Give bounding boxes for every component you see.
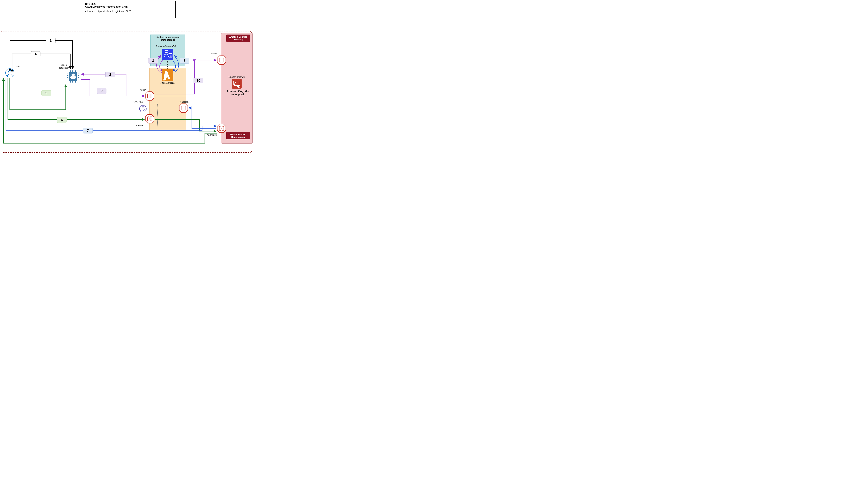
- svg-rect-21: [67, 79, 69, 79]
- cognito-icon: [231, 78, 242, 90]
- svg-rect-23: [78, 75, 79, 76]
- endpoint-token-label: /token: [140, 89, 146, 91]
- step-1: 1: [46, 38, 56, 43]
- client-app-icon: [66, 69, 81, 85]
- svg-rect-14: [144, 110, 145, 111]
- step-9: 9: [97, 88, 106, 94]
- cognito-label: Amazon Cognito: [228, 76, 245, 78]
- step-10: 10: [193, 78, 203, 83]
- diagram-canvas: RFC 8628 OAuth 2.0 Device Authorization …: [0, 0, 263, 156]
- title-line2: OAuth 2.0 Device Authorization Grant: [85, 5, 173, 8]
- svg-rect-20: [67, 77, 69, 78]
- svg-rect-18: [67, 74, 69, 74]
- svg-rect-33: [75, 81, 76, 83]
- gateway-cognito-token: [217, 55, 226, 65]
- user-label: User: [15, 65, 20, 67]
- title-line1: RFC 8628: [85, 3, 173, 5]
- dynamodb-icon: { }: [161, 48, 174, 61]
- step-3: 3: [148, 58, 158, 63]
- step-5: 5: [41, 90, 51, 96]
- title-ref: reference: https://tools.ietf.org/html/r…: [85, 10, 173, 13]
- endpoint-authorize-label: /authorize: [207, 134, 217, 136]
- svg-rect-25: [78, 79, 79, 79]
- step-7: 7: [83, 128, 93, 134]
- dynamodb-label: Amazon DynamoDB: [156, 45, 176, 48]
- gateway-callback: [179, 103, 188, 113]
- svg-point-16: [9, 70, 11, 73]
- svg-rect-28: [74, 71, 74, 72]
- gateway-cognito-authorize: [217, 123, 226, 133]
- gateway-device: [145, 114, 155, 124]
- endpoint-callback-label: /callback: [180, 100, 189, 103]
- svg-rect-12: [141, 110, 142, 111]
- svg-rect-32: [74, 81, 74, 83]
- user-icon: [5, 68, 14, 77]
- step-2: 2: [105, 72, 115, 77]
- svg-rect-11: [142, 106, 144, 108]
- svg-rect-22: [78, 74, 79, 74]
- svg-rect-35: [72, 74, 75, 76]
- svg-rect-29: [75, 71, 76, 72]
- svg-rect-30: [70, 81, 71, 83]
- svg-text:{ }: { }: [170, 54, 172, 57]
- svg-rect-13: [142, 110, 144, 111]
- step-6: 6: [57, 117, 67, 123]
- gateway-token: [145, 91, 155, 101]
- dynamodb-box-title: Authorization request state storage: [154, 36, 182, 41]
- svg-rect-0: [232, 79, 242, 89]
- lambda-icon: [161, 69, 174, 82]
- cognito-client-app-badge: Amazon Cognito client app: [226, 35, 250, 42]
- client-app-label: Client application: [56, 64, 72, 69]
- alb-label: AWS ALB: [133, 101, 143, 103]
- alb-icon: [139, 105, 147, 113]
- svg-rect-31: [72, 81, 73, 83]
- svg-rect-27: [72, 71, 73, 72]
- svg-point-36: [73, 73, 74, 74]
- svg-rect-24: [78, 77, 79, 78]
- lambda-label: AWS Lambda: [161, 82, 175, 84]
- svg-rect-26: [70, 71, 71, 72]
- svg-rect-19: [67, 75, 69, 76]
- endpoint-device-label: /device: [136, 124, 143, 127]
- step-8: 8: [180, 58, 189, 63]
- step-4: 4: [31, 51, 40, 57]
- title-box: RFC 8628 OAuth 2.0 Device Authorization …: [83, 1, 176, 18]
- cognito-native-user-badge: Native Amazon Cognito user: [226, 132, 250, 139]
- cognito-pool-label: Amazon Cognito user pool: [225, 90, 251, 96]
- endpoint-token2-label: /token: [211, 52, 217, 55]
